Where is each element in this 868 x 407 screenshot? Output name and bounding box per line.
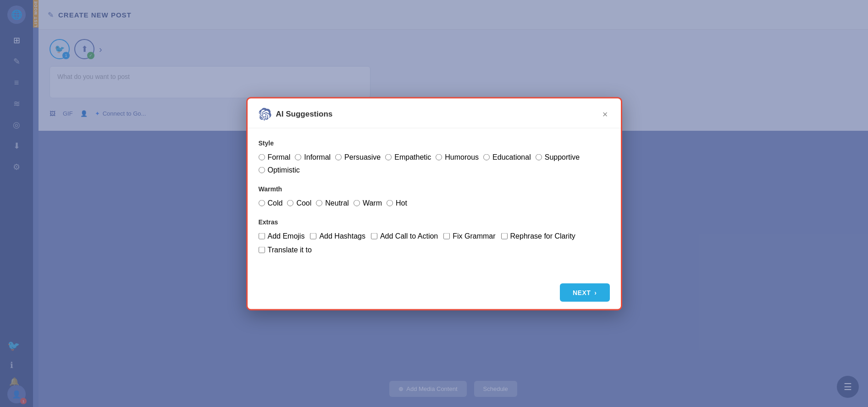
next-button[interactable]: NEXT ›	[560, 283, 610, 301]
style-option-formal[interactable]: Formal	[259, 153, 291, 161]
extra-option-hashtags[interactable]: Add Hashtags	[310, 232, 365, 240]
warmth-option-warm[interactable]: Warm	[354, 199, 382, 207]
style-section-title: Style	[259, 139, 610, 146]
extra-checkbox-hashtags[interactable]	[310, 233, 316, 239]
warmth-option-cool[interactable]: Cool	[287, 199, 311, 207]
warmth-radio-warm[interactable]	[354, 200, 360, 206]
extra-checkbox-translate[interactable]	[259, 246, 265, 253]
warmth-radio-group: Cold Cool Neutral Warm Hot	[259, 199, 610, 207]
style-label-informal: Informal	[304, 153, 331, 161]
style-option-persuasive[interactable]: Persuasive	[335, 153, 381, 161]
ai-suggestions-modal: AI Suggestions × Style Formal Informal P…	[246, 97, 622, 310]
style-option-empathetic[interactable]: Empathetic	[385, 153, 431, 161]
extra-option-emojis[interactable]: Add Emojis	[259, 232, 305, 240]
style-radio-supportive[interactable]	[536, 154, 542, 160]
warmth-label-warm: Warm	[363, 199, 382, 207]
style-radio-formal[interactable]	[259, 154, 265, 160]
style-section: Style Formal Informal Persuasive Empathe…	[259, 139, 610, 174]
warmth-section-title: Warmth	[259, 185, 610, 192]
extras-section-title: Extras	[259, 218, 610, 225]
style-radio-humorous[interactable]	[436, 154, 442, 160]
modal-body: Style Formal Informal Persuasive Empathe…	[248, 128, 621, 276]
warmth-option-hot[interactable]: Hot	[387, 199, 407, 207]
extra-label-emojis: Add Emojis	[268, 232, 305, 240]
extra-label-rephrase: Rephrase for Clarity	[510, 232, 575, 240]
extra-checkbox-grammar[interactable]	[443, 233, 450, 239]
style-radio-group: Formal Informal Persuasive Empathetic Hu…	[259, 153, 610, 174]
warmth-radio-cool[interactable]	[287, 200, 293, 206]
style-option-informal[interactable]: Informal	[295, 153, 331, 161]
style-label-humorous: Humorous	[445, 153, 479, 161]
warmth-radio-neutral[interactable]	[316, 200, 322, 206]
style-label-persuasive: Persuasive	[344, 153, 381, 161]
warmth-option-neutral[interactable]: Neutral	[316, 199, 349, 207]
extra-option-grammar[interactable]: Fix Grammar	[443, 232, 495, 240]
style-radio-informal[interactable]	[295, 154, 301, 160]
style-label-formal: Formal	[268, 153, 291, 161]
extras-section: Extras Add Emojis Add Hashtags Add Call …	[259, 218, 610, 254]
extra-label-translate: Translate it to	[268, 245, 312, 254]
extra-option-rephrase[interactable]: Rephrase for Clarity	[501, 232, 575, 240]
style-label-empathetic: Empathetic	[394, 153, 431, 161]
style-option-humorous[interactable]: Humorous	[436, 153, 479, 161]
warmth-label-neutral: Neutral	[325, 199, 349, 207]
next-chevron-icon: ›	[594, 289, 597, 296]
modal-title-group: AI Suggestions	[259, 107, 333, 120]
warmth-section: Warmth Cold Cool Neutral Warm	[259, 185, 610, 207]
modal-close-button[interactable]: ×	[601, 107, 610, 120]
style-label-optimistic: Optimistic	[268, 166, 300, 174]
style-radio-educational[interactable]	[483, 154, 490, 160]
style-option-educational[interactable]: Educational	[483, 153, 531, 161]
style-label-educational: Educational	[492, 153, 531, 161]
extra-checkbox-cta[interactable]	[371, 233, 377, 239]
next-button-label: NEXT	[573, 289, 591, 296]
style-radio-optimistic[interactable]	[259, 167, 265, 173]
extra-checkbox-rephrase[interactable]	[501, 233, 508, 239]
extra-option-cta[interactable]: Add Call to Action	[371, 232, 438, 240]
warmth-label-hot: Hot	[396, 199, 407, 207]
modal-footer: NEXT ›	[248, 276, 621, 309]
extra-checkbox-emojis[interactable]	[259, 233, 265, 239]
style-radio-empathetic[interactable]	[385, 154, 392, 160]
modal-header: AI Suggestions ×	[248, 98, 621, 128]
extras-checkbox-group: Add Emojis Add Hashtags Add Call to Acti…	[259, 232, 610, 254]
extra-option-translate[interactable]: Translate it to	[259, 245, 312, 254]
warmth-option-cold[interactable]: Cold	[259, 199, 283, 207]
style-option-optimistic[interactable]: Optimistic	[259, 166, 300, 174]
extra-label-hashtags: Add Hashtags	[319, 232, 365, 240]
warmth-label-cool: Cool	[296, 199, 311, 207]
extra-label-grammar: Fix Grammar	[453, 232, 495, 240]
extra-label-cta: Add Call to Action	[380, 232, 438, 240]
style-label-supportive: Supportive	[545, 153, 580, 161]
modal-title: AI Suggestions	[276, 109, 333, 118]
warmth-radio-cold[interactable]	[259, 200, 265, 206]
warmth-radio-hot[interactable]	[387, 200, 393, 206]
ai-logo-icon	[259, 107, 271, 120]
style-option-supportive[interactable]: Supportive	[536, 153, 580, 161]
style-radio-persuasive[interactable]	[335, 154, 342, 160]
warmth-label-cold: Cold	[268, 199, 283, 207]
